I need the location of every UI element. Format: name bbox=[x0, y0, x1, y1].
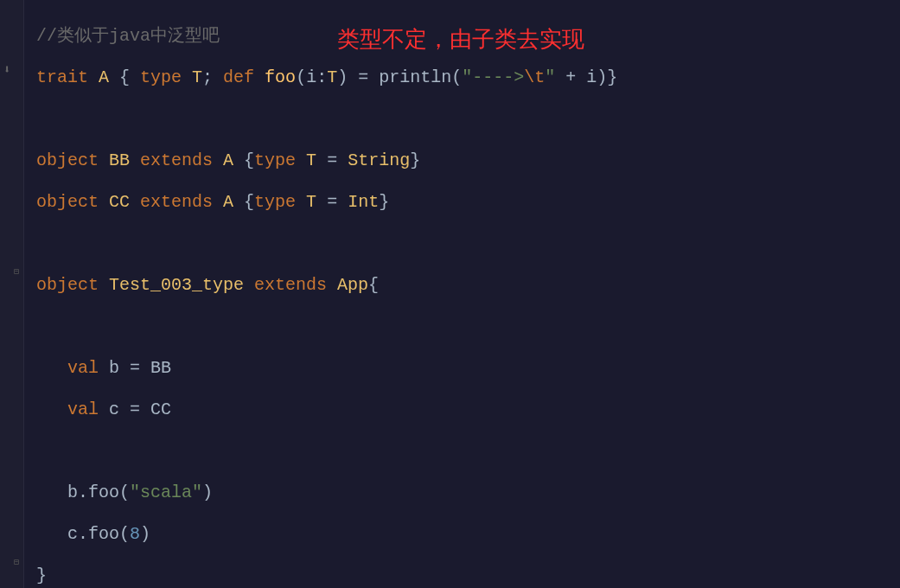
code-line[interactable]: c.foo(8) bbox=[36, 514, 891, 555]
code-token: = bbox=[119, 399, 150, 419]
code-token: foo bbox=[88, 483, 119, 502]
code-token: "scala" bbox=[130, 483, 202, 502]
code-token: T bbox=[192, 67, 202, 87]
code-line[interactable]: trait A { type T; def foo(i:T) = println… bbox=[36, 57, 891, 99]
code-token: ) bbox=[140, 524, 150, 544]
code-line[interactable]: val b = BB bbox=[36, 348, 891, 389]
code-line[interactable]: } bbox=[36, 555, 891, 588]
gutter-indicator-icon: ⬇ bbox=[3, 62, 10, 77]
code-token: type bbox=[140, 67, 192, 87]
code-token: " bbox=[545, 67, 555, 87]
code-token: type bbox=[254, 150, 306, 170]
code-token: c. bbox=[36, 524, 88, 544]
code-token: String bbox=[348, 150, 410, 170]
code-token: CC bbox=[109, 192, 130, 212]
code-token: extends bbox=[130, 150, 223, 170]
code-line[interactable] bbox=[36, 223, 891, 265]
fold-marker-icon[interactable]: ⊟ bbox=[14, 557, 19, 567]
code-token bbox=[36, 399, 67, 419]
code-token bbox=[36, 358, 67, 378]
code-token: 8 bbox=[130, 524, 140, 544]
code-token: T bbox=[327, 67, 337, 87]
code-line[interactable] bbox=[36, 99, 891, 140]
code-token: extends bbox=[130, 192, 223, 212]
code-line[interactable]: object CC extends A {type T = Int} bbox=[36, 182, 891, 223]
code-token: T bbox=[306, 192, 316, 212]
code-token: trait bbox=[36, 67, 99, 87]
code-token: BB bbox=[150, 358, 171, 378]
annotation-overlay-text: 类型不定，由子类去实现 bbox=[337, 24, 584, 54]
code-token: \t bbox=[524, 67, 545, 87]
code-token: ) bbox=[202, 483, 213, 502]
code-editor-area[interactable]: //类似于java中泛型吧trait A { type T; def foo(i… bbox=[28, 0, 900, 588]
code-token: } bbox=[36, 566, 47, 585]
code-line[interactable]: object BB extends A {type T = String} bbox=[36, 140, 891, 182]
code-token: { bbox=[368, 275, 379, 295]
code-token: } bbox=[410, 150, 420, 170]
code-token: ( bbox=[119, 483, 130, 502]
code-token: val bbox=[67, 399, 109, 419]
code-token: } bbox=[379, 192, 389, 212]
code-token: App bbox=[337, 275, 368, 295]
code-token: = bbox=[316, 150, 348, 170]
code-token: b bbox=[109, 358, 119, 378]
code-token: = bbox=[316, 192, 348, 212]
code-token: "----> bbox=[462, 67, 524, 87]
code-token: A bbox=[223, 150, 233, 170]
code-token: + i)} bbox=[555, 67, 617, 87]
code-token: { bbox=[233, 192, 254, 212]
code-token: = bbox=[119, 358, 150, 378]
code-line[interactable]: b.foo("scala") bbox=[36, 472, 891, 514]
code-token: ( bbox=[119, 524, 130, 544]
code-token: (i: bbox=[296, 67, 327, 87]
code-token: ( bbox=[451, 67, 462, 87]
code-token: object bbox=[36, 275, 109, 295]
code-token: Test_003_type bbox=[109, 275, 244, 295]
code-line[interactable] bbox=[36, 306, 891, 348]
code-line[interactable]: val c = CC bbox=[36, 389, 891, 431]
code-token: object bbox=[36, 150, 109, 170]
code-token: A bbox=[99, 67, 109, 87]
code-token: def bbox=[223, 67, 265, 87]
code-token: A bbox=[223, 192, 233, 212]
code-token: val bbox=[67, 358, 109, 378]
code-token: c bbox=[109, 399, 119, 419]
code-token: //类似于java中泛型吧 bbox=[36, 26, 220, 46]
code-token: BB bbox=[109, 150, 130, 170]
code-token: type bbox=[254, 192, 306, 212]
code-line[interactable]: object Test_003_type extends App{ bbox=[36, 265, 891, 306]
code-line[interactable] bbox=[36, 431, 891, 472]
code-token: Int bbox=[348, 192, 379, 212]
code-token: CC bbox=[150, 399, 171, 419]
code-token: object bbox=[36, 192, 109, 212]
code-token: println bbox=[379, 67, 451, 87]
code-token: b. bbox=[36, 483, 88, 502]
fold-marker-icon[interactable]: ⊟ bbox=[14, 266, 19, 277]
code-token: { bbox=[233, 150, 254, 170]
code-token: foo bbox=[265, 67, 296, 87]
code-token: extends bbox=[244, 275, 337, 295]
editor-gutter: ⬇ ⊟ ⊟ bbox=[0, 0, 24, 588]
code-token: foo bbox=[88, 524, 119, 544]
code-token: ; bbox=[202, 67, 223, 87]
code-token: T bbox=[306, 150, 316, 170]
code-token: { bbox=[109, 67, 140, 87]
code-token: ) = bbox=[337, 67, 379, 87]
